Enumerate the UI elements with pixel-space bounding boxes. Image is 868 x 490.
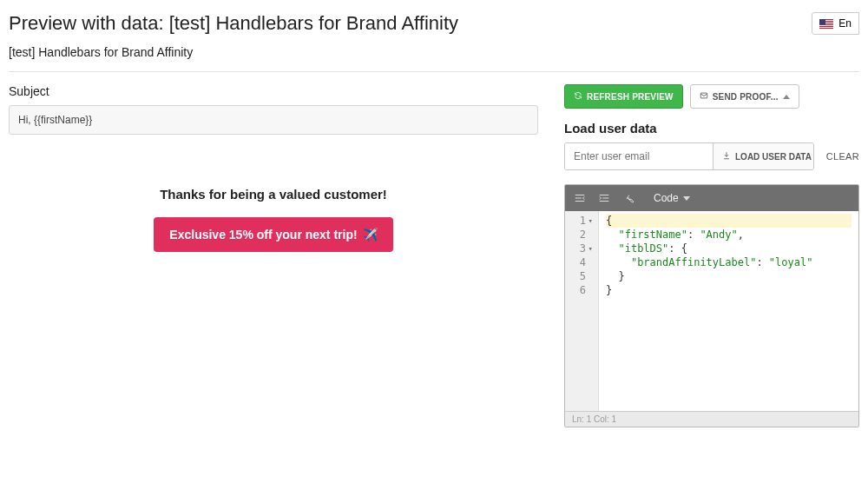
clear-button[interactable]: CLEAR xyxy=(814,151,859,162)
send-proof-button[interactable]: SEND PROOF... xyxy=(690,84,799,109)
subject-input[interactable] xyxy=(9,105,538,135)
airplane-icon: ✈️ xyxy=(363,228,378,242)
code-line-6: } xyxy=(606,284,612,296)
template-subtitle: [test] Handlebars for Brand Affinity xyxy=(9,45,859,59)
editor-statusbar: Ln: 1 Col: 1 xyxy=(565,411,858,427)
code-dropdown-label: Code xyxy=(654,192,679,204)
divider xyxy=(9,71,859,72)
chevron-up-icon xyxy=(783,95,790,99)
load-user-input-group: LOAD USER DATA xyxy=(564,142,814,170)
refresh-label: REFRESH PREVIEW xyxy=(587,92,674,102)
page-title: Preview with data: [test] Handlebars for… xyxy=(9,12,458,35)
load-user-heading: Load user data xyxy=(564,121,859,136)
code-editor[interactable]: Code 1▾ 2 3▾ 4 5 6 { "firstName": "Andy"… xyxy=(564,184,859,427)
code-body[interactable]: { "firstName": "Andy", "itblDS": { "bran… xyxy=(599,211,858,411)
send-proof-label: SEND PROOF... xyxy=(713,92,779,102)
indent-left-icon[interactable] xyxy=(574,192,586,204)
locale-selector-button[interactable]: En xyxy=(812,12,859,35)
email-heading: Thanks for being a valued customer! xyxy=(9,187,538,202)
cta-label: Exclusive 15% off your next trip! xyxy=(169,228,357,242)
cta-button[interactable]: Exclusive 15% off your next trip! ✈️ xyxy=(154,217,392,252)
load-user-data-label: LOAD USER DATA xyxy=(735,152,812,162)
code-l4-val: "loyal" xyxy=(769,256,813,268)
code-l4-key: "brandAffinityLabel" xyxy=(631,256,757,268)
code-dropdown[interactable]: Code xyxy=(654,192,690,204)
chevron-down-icon xyxy=(683,196,690,201)
refresh-preview-button[interactable]: REFRESH PREVIEW xyxy=(564,84,683,109)
us-flag-icon xyxy=(819,19,833,29)
refresh-icon xyxy=(574,91,582,102)
code-area[interactable]: 1▾ 2 3▾ 4 5 6 { "firstName": "Andy", "it… xyxy=(565,211,858,411)
mail-icon xyxy=(700,91,708,102)
code-l2-key: "firstName" xyxy=(618,228,687,241)
code-line-5: } xyxy=(618,270,624,282)
code-line-1: { xyxy=(606,215,612,227)
load-user-data-button[interactable]: LOAD USER DATA xyxy=(713,143,814,169)
download-icon xyxy=(722,151,731,162)
subject-label: Subject xyxy=(9,84,538,98)
email-preview: Thanks for being a valued customer! Excl… xyxy=(9,187,538,252)
editor-toolbar: Code xyxy=(565,185,858,211)
line-gutter: 1▾ 2 3▾ 4 5 6 xyxy=(565,211,599,411)
code-l3-key: "itblDS" xyxy=(618,242,668,255)
user-email-input[interactable] xyxy=(565,143,713,169)
indent-right-icon[interactable] xyxy=(598,192,610,204)
locale-label: En xyxy=(838,17,852,30)
wrench-icon[interactable] xyxy=(622,192,635,204)
code-l2-val: "Andy" xyxy=(700,228,737,241)
